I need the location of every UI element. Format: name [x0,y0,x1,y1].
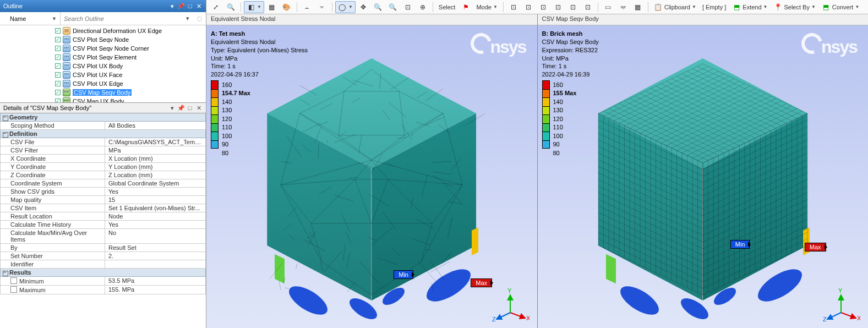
details-value[interactable]: 53.5 MPa [105,277,205,285]
outline-item[interactable]: CSV Plot UX Face [0,70,206,79]
outline-tree[interactable]: Directional Deformation UX Edge CSV Plot… [0,25,206,102]
sel-mesh-button[interactable]: ▦ [631,1,645,13]
details-row[interactable]: CSV Item Set 1 Equivalent (von-Mises) St… [0,204,206,212]
outline-item[interactable]: CSV Plot Seqv Element [0,53,206,62]
zoom-button[interactable]: 🔍 [223,1,238,13]
axis-triad-wrap[interactable]: X Y Z [822,285,860,324]
outline-item[interactable]: CSV Plot UX Body [0,62,206,70]
details-row[interactable]: Set Number 2. [0,252,206,260]
dropdown-icon[interactable]: ▾ [168,104,176,112]
viewport-tab[interactable]: CSV Map Seqv Body [538,14,869,25]
outline-item[interactable]: CSV Plot Seqv Node Corner [0,44,206,53]
sel-body-button[interactable]: ⊡ [551,1,565,13]
result-body[interactable]: Min Max [256,58,487,311]
min-probe[interactable]: Min [730,240,750,249]
details-row[interactable]: Minimum 53.5 MPa [0,277,206,286]
zoom-box-button[interactable]: ⊡ [401,1,415,13]
outline-item[interactable]: CSV Plot Seqv Node [0,35,206,44]
zoom-out-button[interactable]: 🔍 [386,1,400,13]
clipboard-button[interactable]: 📋Clipboard▼ [651,1,699,13]
empty-label[interactable]: [ Empty ] [700,1,729,13]
details-row[interactable]: Maximum 155. MPa [0,286,206,294]
pin-icon[interactable]: 📌 [177,104,185,112]
extend-button[interactable]: ⬒Extend▼ [729,1,770,13]
details-value[interactable] [105,260,205,268]
details-value[interactable]: 2. [105,252,205,260]
details-row[interactable]: Scoping Method All Bodies [0,122,206,130]
sel-element-button[interactable]: ⊡ [581,1,595,13]
details-value[interactable]: X Location (mm) [105,155,205,162]
details-row[interactable]: CSV File C:\MagnusG\ANSYS_ACT_Temp\... [0,138,206,146]
mode-flag-button[interactable]: ⚑ [458,1,473,13]
shaded-button[interactable]: ◧▼ [244,1,264,13]
scene-left[interactable]: A: Tet meshEquivalent Stress NodalType: … [206,25,537,328]
max-probe[interactable]: Max [471,278,492,287]
max-probe[interactable]: Max [805,243,826,252]
zoom-fit-button[interactable]: ⤢ [209,1,223,13]
details-row[interactable]: Calculate Max/Min/Avg Over Items No [0,229,206,244]
close-icon[interactable]: ✕ [195,2,203,10]
axis-triad-wrap[interactable]: X Y Z [491,285,529,324]
dropdown-icon[interactable]: ▾ [168,2,176,10]
rotate-button[interactable]: ◯▼ [335,1,356,13]
details-value[interactable]: Z Location (mm) [105,171,205,179]
details-value[interactable]: 155. MPa [105,286,205,294]
details-row[interactable]: Show CSV grids Yes [0,188,206,196]
details-row[interactable]: Y Coordinate Y Location (mm) [0,163,206,171]
select-label[interactable]: Select [436,1,458,13]
sel-vertex-button[interactable]: ⊡ [506,1,521,13]
details-row[interactable]: Z Coordinate Z Location (mm) [0,171,206,179]
details-value[interactable]: All Bodies [105,122,205,129]
result-body[interactable]: Min Max [587,58,818,311]
convert-button[interactable]: ⬒Convert▼ [819,1,862,13]
sel-all-button[interactable]: ▭ [601,1,615,13]
details-value[interactable]: Set 1 Equivalent (von-Mises) Str... [105,204,205,212]
details-value[interactable]: C:\MagnusG\ANSYS_ACT_Temp\... [105,138,205,146]
min-probe[interactable]: Min [394,270,413,279]
sel-coord-button[interactable]: xyz [616,1,630,13]
details-value[interactable]: 15 [105,196,205,204]
pan-button[interactable]: ✥ [356,1,370,13]
details-value[interactable]: Node [105,212,205,220]
outline-item[interactable]: CSV Map UX Body [0,97,206,102]
details-row[interactable]: CSV Filter MPa [0,146,206,155]
filter-name-dropdown[interactable]: Name ▼ [0,12,61,25]
pin-icon[interactable]: 📌 [177,2,185,10]
details-category[interactable]: Results [0,269,206,277]
details-value[interactable]: Global Coordinate System [105,179,205,187]
details-row[interactable]: By Result Set [0,244,206,252]
close-icon[interactable]: ✕ [195,104,203,112]
mode-label[interactable]: Mode▼ [473,1,500,13]
outline-item[interactable]: CSV Plot UX Edge [0,79,206,88]
search-outline-input[interactable] [61,12,182,25]
outline-item[interactable]: Directional Deformation UX Edge [0,26,206,35]
sel-face-button[interactable]: ⊡ [536,1,550,13]
details-row[interactable]: Map quality 15 [0,196,206,204]
details-row[interactable]: Identifier [0,260,206,269]
random-color-button[interactable]: 🎨 [280,1,294,13]
details-value[interactable]: Yes [105,221,205,228]
sel-edge-button[interactable]: ⊡ [521,1,536,13]
details-row[interactable]: X Coordinate X Location (mm) [0,155,206,163]
maximize-icon[interactable]: □ [186,2,194,10]
maximize-icon[interactable]: □ [186,104,194,112]
details-category[interactable]: Definition [0,130,206,138]
search-go-icon[interactable]: ▾ [182,15,194,22]
details-value[interactable]: MPa [105,146,205,154]
clear-icon[interactable]: ◌ [194,15,206,22]
details-row[interactable]: Calculate Time History Yes [0,221,206,229]
details-grid[interactable]: GeometryScoping Method All BodiesDefinit… [0,113,206,328]
wireframe-button[interactable]: ▦ [265,1,279,13]
details-category[interactable]: Geometry [0,113,206,122]
outline-item[interactable]: CSV Map Seqv Body [0,88,206,97]
fit-all-button[interactable]: ⊕ [416,1,430,13]
details-value[interactable]: Y Location (mm) [105,163,205,171]
zoom-in-button[interactable]: 🔍 [371,1,385,13]
select-by-button[interactable]: 📍Select By▼ [771,1,818,13]
explode-v-button[interactable]: ⫟ [315,1,329,13]
viewport-tab[interactable]: Equivalent Stress Nodal [206,14,537,25]
scene-right[interactable]: B: Brick meshCSV Map Seqv BodyExpression… [538,25,869,328]
details-value[interactable]: Result Set [105,244,205,252]
details-value[interactable]: Yes [105,188,205,195]
details-value[interactable]: No [105,229,205,243]
